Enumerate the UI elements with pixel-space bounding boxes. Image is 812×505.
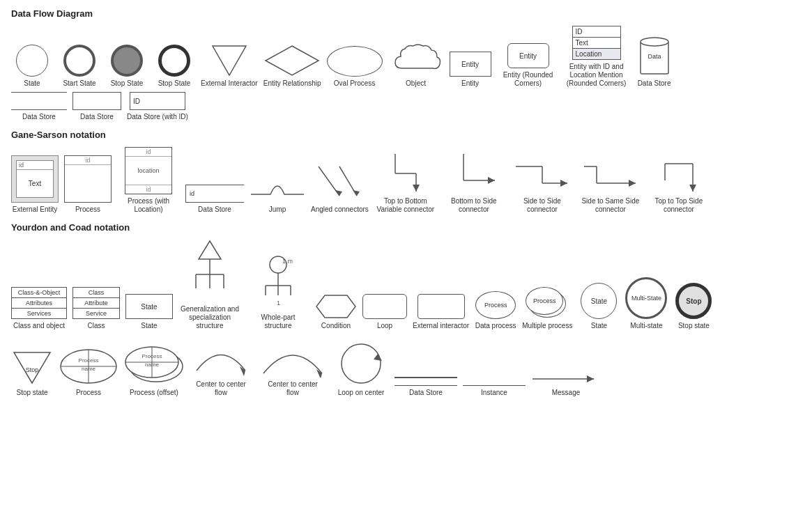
gs-side-same-shape [583, 153, 638, 194]
yd-message-shape [531, 372, 601, 386]
gs-bottom-side-label: Bottom to Side connector [443, 197, 505, 214]
gane-row1: id Text External Entity id Process id lo [11, 147, 801, 214]
svg-text:Stop: Stop [26, 366, 39, 373]
yd-loop-label: Loop [377, 322, 392, 330]
yd-center-flow1-item: Center to center flow [190, 336, 252, 397]
gs-loc-id2: id [125, 185, 171, 194]
yd-process-shape: Process name [59, 347, 118, 386]
svg-marker-19 [560, 180, 567, 187]
svg-marker-61 [587, 375, 594, 382]
gs-top-bottom-shape [381, 153, 430, 194]
datastore-rect-label: Data Store [80, 113, 114, 121]
yd-center-flow1-shape [190, 336, 252, 378]
data-store-label: Data Store [638, 79, 671, 88]
yd-co-row2: Attributes [12, 298, 66, 309]
svg-point-3 [641, 38, 668, 46]
gs-process-item: id Process [64, 155, 112, 214]
yd-instance-label: Instance [481, 389, 507, 397]
gs-side-same-label: Side to Same Side connector [579, 197, 642, 214]
yd-ds-bottom [394, 385, 457, 387]
datastore-lines-shape [11, 92, 67, 110]
oval-process-label: Oval Process [334, 79, 375, 88]
dfd-datastore-id: ID Data Store (with ID) [127, 92, 188, 121]
yd-state-shape: State [125, 294, 173, 319]
dfd-start-state: Start State [59, 45, 100, 88]
yourdon-row1: Class-&-Object Attributes Services Class… [11, 240, 801, 330]
dfd-entity-relationship: Entity Relationship [263, 45, 321, 88]
svg-text:Process: Process [142, 353, 162, 359]
gs-jump-item: Jump [250, 171, 305, 214]
gs-side-side-shape [514, 153, 570, 194]
yd-center-flow2-shape [258, 336, 328, 378]
gs-angled-item: Angled connectors [311, 161, 369, 214]
gane-title: Gane-Sarson notation [11, 130, 801, 140]
stop-state-shape-2 [158, 45, 190, 77]
yd-multi-state-item: Multi-State Multi-state [625, 277, 667, 330]
yd-mp-front: Process [526, 287, 563, 315]
yd-center-flow1-label: Center to center flow [190, 380, 252, 397]
svg-text:1: 1 [277, 300, 280, 306]
gane-section: Gane-Sarson notation id Text External En… [11, 130, 801, 214]
yd-datastore-label: Data Store [409, 389, 443, 397]
dfd-row1: State Start State Stop State Stop State [11, 26, 801, 88]
datastore-rect-shape [72, 92, 121, 110]
gs-top-top-item: Top to Top Side connector [648, 153, 710, 214]
object-shape [388, 40, 444, 77]
gs-jump-label: Jump [269, 205, 286, 214]
yd-gen-item: Generalization and specialization struct… [178, 240, 241, 330]
oval-process-shape [327, 46, 383, 77]
yd-center-flow2-item: Center to center flow [258, 336, 328, 397]
gs-external-label: External Entity [13, 205, 57, 214]
dfd-stop-state-2: Stop State [153, 45, 195, 88]
gs-process-label: Process [75, 205, 100, 214]
yd-whole-part-label: Whole-part structure [247, 313, 309, 330]
entity-id-label: Entity with ID and Location Mention (Rou… [565, 63, 628, 88]
gs-text: Text [17, 170, 53, 197]
dfd-datastore-lines: Data Store [11, 92, 67, 121]
gs-datastore-shape: id [185, 185, 244, 203]
gs-jump-shape [250, 171, 305, 203]
yd-data-process-label: Data process [475, 322, 516, 330]
svg-text:Data: Data [648, 53, 661, 60]
stop-state-shape-1 [111, 45, 143, 77]
object-label: Object [406, 79, 426, 88]
gs-process-loc-label: Process (with Location) [117, 197, 180, 214]
dfd-stop-state-1: Stop State [106, 45, 148, 88]
yd-cl-row2: Attribute [73, 298, 119, 309]
start-state-label: Start State [63, 79, 95, 88]
entity-shape: Entity [450, 52, 491, 77]
svg-marker-27 [689, 185, 696, 192]
yd-stop-state-label: Stop state [16, 389, 47, 397]
yd-class-label: Class [87, 322, 105, 330]
yd-class-obj-shape: Class-&-Object Attributes Services [11, 287, 67, 319]
page: Data Flow Diagram State Start State Stop… [0, 0, 812, 414]
yd-multi-process-item: Process Multiple process [522, 287, 572, 330]
yd-loop-center-label: Loop on center [338, 389, 385, 397]
gs-top-top-label: Top to Top Side connector [648, 197, 710, 214]
entity-relationship-label: Entity Relationship [263, 79, 321, 88]
yd-ds-top [394, 377, 457, 378]
gs-process-loc-shape: id location id [125, 147, 172, 194]
yd-gen-label: Generalization and specialization struct… [178, 305, 241, 330]
yd-data-process-shape: Process [475, 291, 516, 319]
svg-text:Process: Process [79, 357, 99, 364]
yd-stop-shape: Stop [675, 283, 712, 319]
state-label: State [24, 79, 40, 88]
yd-co-row1: Class-&-Object [12, 288, 66, 298]
dfd-external-interactor: External Interactor [201, 45, 258, 88]
stop-state-label-1: Stop State [111, 79, 144, 88]
yd-stop-label: Stop state [678, 322, 710, 330]
svg-text:name: name [145, 362, 160, 368]
yd-center-flow2-label: Center to center flow [261, 380, 324, 397]
yd-condition-label: Condition [321, 322, 351, 330]
dfd-oval-process: Oval Process [327, 46, 383, 88]
yd-cl-row3: Service [73, 309, 119, 318]
yd-message-item: Message [531, 372, 601, 397]
gs-loc-id: id [125, 148, 171, 157]
yd-class-item: Class Attribute Service Class [72, 287, 120, 330]
entity-label: Entity [461, 79, 479, 88]
yd-state-circle-label: State [591, 322, 607, 330]
dfd-datastore-rect: Data Store [72, 92, 121, 121]
svg-marker-12 [413, 185, 420, 192]
gs-datastore-label: Data Store [198, 205, 231, 214]
